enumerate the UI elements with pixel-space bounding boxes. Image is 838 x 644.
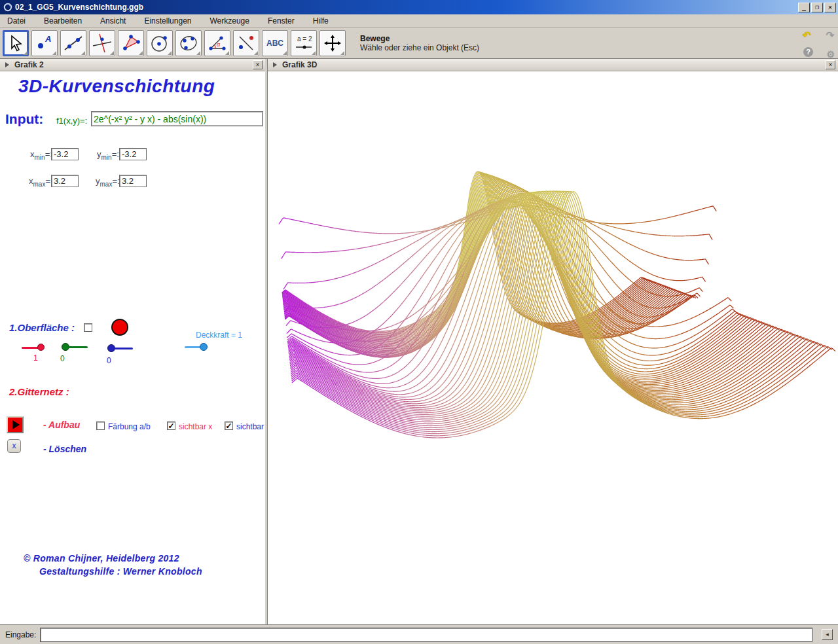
function-name-label: f1(x,y)=:	[56, 116, 87, 126]
redo-icon[interactable]: ↷	[826, 29, 834, 41]
title-bar: 02_1_GG5_Kurvenschichtung.ggb _ ❐ ✕	[0, 0, 838, 14]
tool-angle[interactable]: α	[204, 30, 230, 56]
sichtbar-y-checkbox[interactable]: ✓	[225, 421, 233, 430]
window-title: 02_1_GG5_Kurvenschichtung.ggb	[15, 3, 797, 12]
sichtbar-x-checkbox[interactable]: ✓	[167, 421, 175, 430]
toolbar: A	[0, 28, 838, 59]
tool-point[interactable]: A	[31, 30, 58, 56]
menu-werkzeuge[interactable]: Werkzeuge	[208, 15, 251, 27]
green-slider-track[interactable]	[66, 346, 88, 348]
ymin-input[interactable]	[119, 148, 147, 160]
deckkraft-label: Deckkraft = 1	[196, 331, 242, 340]
tool-circle[interactable]	[147, 30, 173, 56]
xmin-label: xmin=:	[30, 149, 52, 161]
main-area: Grafik 2 × 3D-Kurvenschichtung Input: f1…	[0, 59, 838, 624]
tool-move[interactable]	[3, 30, 29, 56]
plot-canvas[interactable]	[268, 71, 836, 624]
ymin-label: ymin=:	[97, 149, 119, 161]
red-slider-value: 1	[33, 353, 38, 363]
input-section-label: Input:	[5, 111, 43, 127]
faerbung-checkbox-label: Färbung a/b	[108, 422, 151, 431]
tool-perpendicular-line[interactable]	[89, 30, 115, 56]
close-button[interactable]: ✕	[824, 3, 836, 12]
help-icon[interactable]: ?	[803, 47, 813, 57]
tool-line-point-reflect[interactable]	[233, 30, 259, 56]
menu-hilfe[interactable]: Hilfe	[311, 15, 331, 27]
blue-slider-value: 0	[107, 356, 111, 365]
credit-line-2: Gestaltungshilfe : Werner Knobloch	[39, 566, 202, 577]
play-icon	[12, 420, 20, 429]
panel-grafik2: Grafik 2 × 3D-Kurvenschichtung Input: f1…	[0, 59, 267, 624]
status-hint: Wähle oder ziehe ein Objekt (Esc)	[360, 43, 479, 52]
tool-line[interactable]	[60, 30, 86, 56]
svg-text:A: A	[45, 34, 51, 44]
panel-expand-icon[interactable]	[5, 62, 9, 67]
tool-polygon[interactable]	[118, 30, 144, 56]
copyright-icon: ©	[24, 553, 31, 564]
page-title: 3D-Kurvenschichtung	[18, 76, 215, 97]
sichtbar-x-checkbox-label: sichtbar x	[179, 422, 212, 431]
menu-ansicht[interactable]: Ansicht	[98, 15, 128, 27]
menu-einstellungen[interactable]: Einstellungen	[142, 15, 193, 27]
restore-button[interactable]: ❐	[811, 3, 823, 12]
tool-text[interactable]: ABC	[262, 30, 288, 56]
aufbau-play-button[interactable]	[7, 416, 24, 433]
toolbar-right: ↶ ↷ ? ⚙	[801, 29, 835, 58]
tool-move-graphics-view[interactable]	[319, 30, 346, 56]
eingabe-label: Eingabe:	[5, 630, 36, 639]
xmax-label: xmax=:	[29, 176, 53, 188]
input-bar: Eingabe: ◂	[0, 624, 838, 644]
aufbau-label: - Aufbau	[43, 420, 80, 430]
app-icon	[3, 3, 12, 12]
deckkraft-slider-handle[interactable]	[200, 343, 208, 351]
settings-gear-icon[interactable]: ⚙	[826, 49, 835, 60]
toolbar-status: Bewege Wähle oder ziehe ein Objekt (Esc)	[360, 34, 479, 52]
ymax-label: ymax=:	[96, 176, 120, 188]
credit-line-1: © Roman Chijner, Heidelberg 2012	[24, 553, 179, 564]
svg-text:α: α	[217, 41, 221, 48]
loeschen-label: - Löschen	[43, 444, 86, 454]
blue-slider-track[interactable]	[112, 348, 133, 349]
function-input[interactable]	[91, 111, 263, 126]
svg-text:a = 2: a = 2	[297, 35, 312, 43]
menu-bar: Datei Bearbeiten Ansicht Einstellungen W…	[0, 14, 838, 28]
grafik2-header[interactable]: Grafik 2 ×	[0, 59, 265, 71]
menu-bearbeiten[interactable]: Bearbeiten	[42, 15, 84, 27]
menu-datei[interactable]: Datei	[5, 15, 27, 27]
undo-icon[interactable]: ↶	[803, 29, 811, 41]
sichtbar-y-checkbox-label: sichtbar	[236, 422, 264, 431]
xmin-input[interactable]	[51, 148, 79, 160]
grafik2-content: 3D-Kurvenschichtung Input: f1(x,y)=: xmi…	[0, 71, 265, 624]
eingabe-input[interactable]	[40, 628, 812, 642]
ymax-input[interactable]	[119, 175, 147, 187]
grafik3d-header-label: Grafik 3D	[282, 60, 826, 69]
xmax-input[interactable]	[51, 175, 79, 187]
green-slider-value: 0	[60, 354, 65, 363]
minimize-button[interactable]: _	[798, 3, 810, 12]
status-mode: Bewege	[360, 34, 479, 43]
faerbung-checkbox[interactable]	[96, 421, 105, 430]
text-tool-icon: ABC	[266, 39, 283, 48]
panel-expand-icon-3d[interactable]	[273, 62, 277, 67]
surface-section-label: 1.Oberfläche :	[9, 322, 75, 333]
grafik2-close-icon[interactable]: ×	[253, 60, 263, 69]
surface-color-dot[interactable]	[111, 319, 128, 336]
tool-ellipse[interactable]	[175, 30, 202, 56]
surface-checkbox[interactable]	[84, 323, 92, 332]
input-help-toggle-icon[interactable]: ◂	[822, 629, 833, 640]
grafik3d-header[interactable]: Grafik 3D ×	[268, 59, 838, 71]
tool-slider[interactable]: a = 2	[291, 30, 317, 56]
red-slider-handle[interactable]	[37, 344, 45, 351]
grafik3d-close-icon[interactable]: ×	[826, 60, 835, 69]
clear-grid-button[interactable]: x	[7, 439, 21, 453]
panel-grafik3d: Grafik 3D ×	[267, 59, 838, 624]
grid-section-label: 2.Gitternetz :	[9, 386, 69, 397]
grafik3d-content	[268, 71, 838, 624]
menu-fenster[interactable]: Fenster	[266, 15, 297, 27]
grafik2-header-label: Grafik 2	[14, 60, 253, 69]
